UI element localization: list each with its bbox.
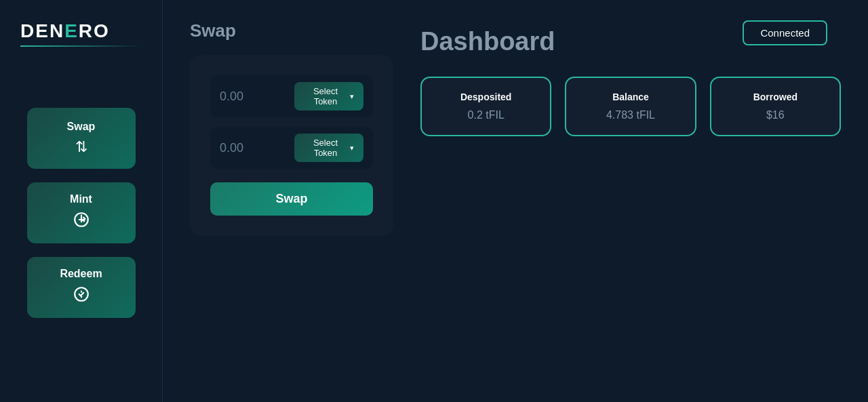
logo-area: DENERO xyxy=(0,14,162,67)
stat-card-balance: Balance 4.783 tFIL xyxy=(565,77,696,136)
stat-label-deposited: Desposited xyxy=(460,92,511,102)
main-content: Swap Select Token Select Token Swap xyxy=(163,0,868,402)
sidebar-item-redeem[interactable]: Redeem xyxy=(27,257,136,318)
nav-items: Swap ⇅ Mint Redeem xyxy=(0,94,162,331)
right-panel: Connected Dashboard Desposited 0.2 tFIL … xyxy=(420,20,841,382)
logo-text-end: RO xyxy=(79,20,110,41)
stat-card-borrowed: Borrowed $16 xyxy=(710,77,841,136)
logo: DENERO xyxy=(20,20,142,42)
connected-button[interactable]: Connected xyxy=(743,20,827,45)
stat-value-borrowed: $16 xyxy=(766,109,785,121)
logo-underline xyxy=(20,45,142,47)
sidebar: DENERO Swap ⇅ Mint Redeem xyxy=(0,0,163,402)
stat-label-borrowed: Borrowed xyxy=(753,92,797,102)
sidebar-item-swap[interactable]: Swap ⇅ xyxy=(27,108,136,169)
sidebar-item-swap-label: Swap xyxy=(67,121,96,133)
token-amount-input-1[interactable] xyxy=(220,89,288,104)
sidebar-item-mint[interactable]: Mint xyxy=(27,182,136,243)
swap-section: Swap Select Token Select Token Swap xyxy=(190,20,393,382)
stat-label-balance: Balance xyxy=(612,92,649,102)
select-token-button-1[interactable]: Select Token xyxy=(294,82,363,110)
token-amount-input-2[interactable] xyxy=(220,141,288,155)
stat-value-deposited: 0.2 tFIL xyxy=(468,109,505,121)
logo-text-start: DEN xyxy=(20,20,64,41)
token-input-row-1: Select Token xyxy=(210,75,373,117)
stats-grid: Desposited 0.2 tFIL Balance 4.783 tFIL B… xyxy=(420,77,841,136)
logo-accent: E xyxy=(64,20,79,41)
stat-card-deposited: Desposited 0.2 tFIL xyxy=(420,77,551,136)
mint-icon xyxy=(73,211,90,233)
token-input-row-2: Select Token xyxy=(210,127,373,169)
stat-value-balance: 4.783 tFIL xyxy=(606,109,655,121)
sidebar-item-redeem-label: Redeem xyxy=(60,268,102,280)
swap-execute-button[interactable]: Swap xyxy=(210,182,373,216)
swap-icon: ⇅ xyxy=(75,138,87,156)
redeem-icon xyxy=(73,285,90,307)
swap-section-title: Swap xyxy=(190,20,393,41)
swap-card: Select Token Select Token Swap xyxy=(190,55,393,236)
sidebar-item-mint-label: Mint xyxy=(70,193,92,205)
select-token-button-2[interactable]: Select Token xyxy=(294,134,363,162)
